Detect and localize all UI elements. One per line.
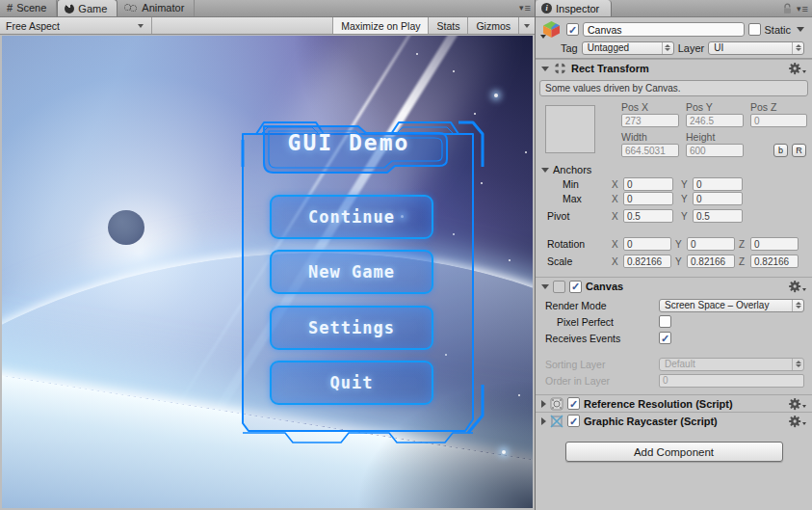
height-label: Height bbox=[686, 131, 715, 143]
gizmos-button[interactable]: Gizmos bbox=[467, 17, 518, 34]
maximize-on-play-button[interactable]: Maximize on Play bbox=[332, 17, 428, 34]
tab-scene-label: Scene bbox=[16, 2, 46, 13]
stats-button[interactable]: Stats bbox=[428, 17, 467, 34]
scale-y-field[interactable]: 0.82166 bbox=[687, 255, 735, 268]
pos-y-field[interactable]: 246.5 bbox=[686, 114, 744, 127]
pos-z-field[interactable]: 0 bbox=[750, 114, 807, 127]
static-dropdown-icon[interactable] bbox=[797, 27, 804, 32]
foldout-open-icon[interactable] bbox=[541, 67, 549, 71]
blueprint-mode-button[interactable]: b bbox=[773, 144, 788, 157]
gui-demo-menu: GUI Demo Continue New Game Settings Quit bbox=[229, 105, 486, 448]
active-checkbox[interactable]: ✓ bbox=[566, 23, 579, 36]
pixel-perfect-checkbox[interactable] bbox=[659, 315, 671, 328]
scale-x-field[interactable]: 0.82166 bbox=[623, 255, 671, 268]
pivot-row: Pivot X 0.5 Y 0.5 bbox=[541, 209, 804, 223]
tab-scene[interactable]: # Scene bbox=[0, 0, 57, 16]
pos-x-label: Pos X bbox=[621, 101, 648, 113]
scene-grid-icon: # bbox=[7, 2, 13, 13]
layer-dropdown[interactable]: UI bbox=[708, 41, 804, 55]
reference-resolution-title: Reference Resolution (Script) bbox=[584, 398, 733, 410]
anchors-label: Anchors bbox=[553, 164, 591, 175]
rotation-y-field[interactable]: 0 bbox=[687, 237, 735, 251]
game-panel: # Scene Game Animator ▾≡ Free Aspect Max… bbox=[0, 0, 536, 510]
tab-game[interactable]: Game bbox=[57, 0, 118, 16]
graphic-raycaster-header[interactable]: ✓ Graphic Raycaster (Script) bbox=[536, 412, 812, 429]
anchors-min-row: Min X 0 Y 0 bbox=[541, 177, 804, 191]
raw-edit-mode-button[interactable]: R bbox=[792, 144, 806, 157]
foldout-closed-icon[interactable] bbox=[541, 400, 546, 408]
quit-button[interactable]: Quit bbox=[270, 361, 433, 405]
width-field[interactable]: 664.5031 bbox=[621, 144, 679, 157]
pos-x-field[interactable]: 273 bbox=[621, 114, 679, 127]
graphic-raycaster-title: Graphic Raycaster (Script) bbox=[584, 416, 718, 427]
updown-caret-icon bbox=[792, 359, 803, 370]
component-gear-icon[interactable] bbox=[788, 62, 806, 75]
static-checkbox[interactable] bbox=[748, 23, 761, 36]
component-gear-icon[interactable] bbox=[788, 397, 806, 411]
new-game-button[interactable]: New Game bbox=[270, 250, 433, 294]
continue-button[interactable]: Continue bbox=[270, 195, 433, 239]
component-gear-icon[interactable] bbox=[788, 415, 806, 428]
anchors-foldout[interactable]: Anchors bbox=[541, 163, 804, 176]
min-x-field[interactable]: 0 bbox=[623, 177, 673, 191]
pane-menu-icon[interactable]: ▾≡ bbox=[519, 3, 531, 13]
scale-label: Scale bbox=[541, 255, 612, 267]
pos-z-label: Pos Z bbox=[750, 101, 776, 113]
info-icon: i bbox=[541, 3, 552, 13]
scale-z-field[interactable]: 0.82166 bbox=[750, 255, 799, 268]
max-x-field[interactable]: 0 bbox=[623, 192, 673, 205]
pivot-label: Pivot bbox=[541, 210, 612, 222]
inspector-panel: i Inspector ▾≡ ✓ Canvas bbox=[536, 0, 812, 510]
lock-icon[interactable] bbox=[782, 3, 793, 14]
height-field[interactable]: 600 bbox=[686, 144, 744, 157]
foldout-closed-icon[interactable] bbox=[541, 417, 546, 425]
canvas-component-icon bbox=[553, 281, 565, 293]
order-in-layer-label: Order in Layer bbox=[545, 375, 659, 387]
width-label: Width bbox=[621, 131, 647, 143]
graphic-raycaster-checkbox[interactable]: ✓ bbox=[567, 415, 580, 427]
receives-events-checkbox[interactable]: ✓ bbox=[659, 332, 671, 344]
order-in-layer-field[interactable]: 0 bbox=[659, 374, 804, 388]
rotation-x-field[interactable]: 0 bbox=[623, 237, 671, 251]
settings-button[interactable]: Settings bbox=[270, 306, 433, 350]
foldout-open-icon[interactable] bbox=[541, 284, 549, 289]
foldout-open-icon[interactable] bbox=[541, 168, 549, 173]
min-y-field[interactable]: 0 bbox=[693, 177, 743, 191]
pivot-x-field[interactable]: 0.5 bbox=[623, 209, 673, 223]
gizmos-dropdown-caret[interactable] bbox=[518, 17, 535, 34]
max-label: Max bbox=[541, 193, 612, 204]
tab-animator[interactable]: Animator bbox=[118, 0, 195, 16]
rotation-z-field[interactable]: 0 bbox=[750, 237, 799, 251]
layer-label: Layer bbox=[678, 42, 705, 54]
canvas-component-header[interactable]: ✓ Canvas bbox=[536, 277, 812, 295]
aspect-dropdown[interactable]: Free Aspect bbox=[0, 17, 152, 34]
tag-dropdown[interactable]: Untagged bbox=[582, 41, 674, 55]
animator-circles-icon bbox=[124, 3, 138, 13]
pos-y-label: Pos Y bbox=[686, 101, 713, 113]
pivot-y-field[interactable]: 0.5 bbox=[693, 209, 743, 223]
rotation-row: Rotation X 0 Y 0 Z 0 bbox=[541, 237, 804, 251]
reference-resolution-checkbox[interactable]: ✓ bbox=[567, 397, 580, 410]
inspector-tabbar: i Inspector ▾≡ bbox=[536, 0, 812, 17]
sorting-layer-dropdown[interactable]: Default bbox=[659, 358, 804, 371]
order-in-layer-row: Order in Layer 0 bbox=[545, 373, 804, 388]
pixel-perfect-label: Pixel Perfect bbox=[545, 316, 659, 328]
inspector-pane-menu-icon[interactable]: ▾≡ bbox=[797, 4, 808, 13]
rect-transform-header[interactable]: Rect Transform bbox=[536, 59, 812, 77]
min-label: Min bbox=[541, 178, 612, 190]
reference-resolution-header[interactable]: ✓ Reference Resolution (Script) bbox=[536, 394, 812, 412]
anchor-preview-box bbox=[545, 105, 595, 153]
gameobject-cube-icon[interactable] bbox=[541, 20, 563, 39]
game-toolbar: Free Aspect Maximize on Play Stats Gizmo… bbox=[0, 17, 535, 35]
add-component-button[interactable]: Add Component bbox=[565, 442, 783, 462]
updown-caret-icon bbox=[662, 42, 673, 54]
name-field[interactable]: Canvas bbox=[583, 22, 745, 37]
static-label: Static bbox=[764, 24, 791, 36]
max-y-field[interactable]: 0 bbox=[693, 192, 743, 205]
component-gear-icon[interactable] bbox=[788, 280, 806, 293]
canvas-enabled-checkbox[interactable]: ✓ bbox=[569, 281, 582, 293]
render-mode-dropdown[interactable]: Screen Space – Overlay bbox=[659, 299, 804, 312]
tab-inspector[interactable]: i Inspector bbox=[536, 0, 612, 16]
gameobject-header: ✓ Canvas Static Tag Untagged Layer UI bbox=[536, 17, 812, 59]
tab-animator-label: Animator bbox=[142, 2, 184, 13]
